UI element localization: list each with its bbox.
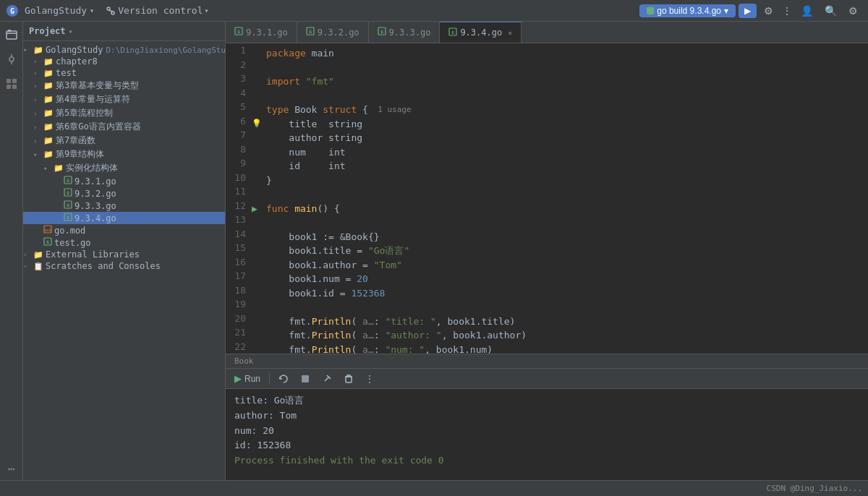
code-editor[interactable]: 1234567891011121314151617181920212223242…	[226, 43, 868, 354]
bottom-toolbar: ▶ Run ⋮	[226, 369, 868, 389]
sidebar-item-9.3.3.go[interactable]: G9.3.3.go	[23, 200, 225, 212]
svg-rect-5	[7, 31, 17, 39]
token-string: "author: "	[385, 328, 441, 343]
tree-icon-folder: 📁	[43, 150, 54, 159]
svg-text:G: G	[67, 202, 69, 208]
token-text	[300, 74, 306, 89]
project-dropdown-icon[interactable]: ▾	[69, 27, 73, 35]
commit-icon[interactable]	[1, 49, 22, 72]
sidebar-item-chapter3[interactable]: ›📁第3章基本变量与类型	[23, 79, 225, 93]
tree-icon-gofile: G	[64, 213, 72, 223]
sidebar-item-chapter6[interactable]: ›📁第6章Go语言内置容器	[23, 120, 225, 134]
token-text: .author =	[317, 258, 373, 273]
token-var: book1	[289, 272, 317, 286]
more-icon-button[interactable]: ⋮	[778, 4, 796, 18]
sidebar-item-chapter5[interactable]: ›📁第5章流程控制	[23, 106, 225, 120]
sidebar-item-go.mod[interactable]: modgo.mod	[23, 224, 225, 236]
gear-button[interactable]: ⚙	[844, 4, 862, 18]
code-line-5: type Book struct { 1 usage	[252, 103, 868, 117]
code-line-4	[252, 89, 868, 103]
run-arrow-gutter[interactable]: ▶	[252, 202, 266, 216]
tab-9.3.4.go[interactable]: G9.3.4.go✕	[440, 22, 522, 43]
stop-button[interactable]	[297, 372, 313, 385]
token-string: "num: "	[385, 343, 425, 354]
sidebar-item-instance[interactable]: ▾📁实例化结构体	[23, 161, 225, 175]
token-var: book1	[289, 244, 317, 258]
tree-icon-folder: 📁	[33, 46, 43, 55]
token-text: .	[306, 315, 312, 329]
line-number-12: 12	[226, 199, 246, 213]
sidebar-item-test[interactable]: ›📁test	[23, 67, 225, 79]
token-text	[266, 328, 289, 343]
build-dropdown-icon[interactable]: ▾	[724, 6, 728, 16]
stop-icon	[300, 374, 310, 384]
app-dropdown[interactable]: ▾	[90, 7, 94, 14]
token-var: book1	[289, 258, 317, 273]
tree-icon-folder: 📁	[43, 81, 54, 90]
search-button[interactable]: 🔍	[820, 4, 841, 18]
sidebar-item-chapter9[interactable]: ▾📁第9章结构体	[23, 147, 225, 161]
project-icon[interactable]	[1, 25, 22, 48]
token-kw: struct	[323, 103, 357, 117]
token-text: (	[351, 328, 362, 343]
line-number-3: 3	[226, 72, 246, 86]
token-var: fmt	[289, 315, 305, 329]
more-tools-icon[interactable]: ⋯	[4, 458, 20, 480]
titlebar: G GolangStudy ▾ Version control ▾ go bui…	[0, 0, 868, 22]
build-button[interactable]: go build 9.3.4.go ▾	[639, 4, 736, 17]
run-icon: ▶	[234, 373, 242, 384]
line-number-13: 13	[226, 213, 246, 227]
tree-label-chapter6: 第6章Go语言内置容器	[56, 121, 141, 133]
token-text	[266, 286, 289, 301]
tab-9.3.1.go[interactable]: G9.3.1.go	[226, 22, 297, 43]
code-line-19	[252, 300, 868, 315]
sidebar-item-9.3.4.go[interactable]: G9.3.4.go	[23, 212, 225, 224]
rerun-button[interactable]	[276, 372, 292, 385]
token-string: "fmt"	[306, 74, 334, 89]
tree-arrow-scratches: ›	[23, 262, 33, 270]
tab-file-icon: G	[234, 27, 243, 38]
token-var: book1	[289, 230, 317, 244]
token-text: :	[374, 315, 386, 329]
profile-button[interactable]: 👤	[796, 4, 817, 18]
apps-icon[interactable]	[1, 74, 22, 97]
svg-text:G: G	[67, 190, 69, 195]
token-number: 20	[357, 272, 368, 286]
token-text: }	[266, 174, 272, 188]
sidebar-item-chapter8[interactable]: ›📁chapter8	[23, 56, 225, 67]
line-number-6: 6	[226, 114, 246, 129]
tree-icon-folder: 📁	[43, 57, 54, 67]
run-button[interactable]: ▶	[739, 4, 757, 18]
sidebar-item-test.go[interactable]: Gtest.go	[23, 236, 225, 249]
pin-button[interactable]	[319, 372, 335, 385]
tab-close-button[interactable]: ✕	[508, 29, 512, 37]
tab-9.3.3.go[interactable]: G9.3.3.go	[369, 22, 441, 43]
code-line-3: import "fmt"	[252, 74, 868, 89]
sidebar-item-golang-study[interactable]: ▾📁GolangStudyD:\DingJiaxiong\GolangStudy	[23, 44, 225, 56]
sidebar-item-scratches[interactable]: ›📋Scratches and Consoles	[23, 260, 225, 272]
sidebar-item-chapter4[interactable]: ›📁第4章常量与运算符	[23, 93, 225, 106]
line-numbers: 1234567891011121314151617181920212223242…	[226, 43, 246, 354]
tab-label: 9.3.2.go	[318, 27, 359, 38]
code-line-9: id int	[252, 159, 868, 174]
delete-button[interactable]	[341, 372, 357, 385]
tree-arrow-chapter7: ›	[33, 137, 43, 145]
run-toolbar-button[interactable]: ▶ Run	[231, 372, 263, 385]
version-control-dropdown[interactable]: ▾	[205, 7, 209, 14]
line-number-1: 1	[226, 43, 246, 58]
output-label: num:	[234, 425, 257, 436]
tab-9.3.2.go[interactable]: G9.3.2.go	[297, 22, 369, 43]
sidebar-item-chapter7[interactable]: ›📁第7章函数	[23, 134, 225, 147]
more-bottom-button[interactable]: ⋮	[362, 372, 377, 385]
output-label: title:	[234, 395, 268, 406]
build-label: go build 9.3.4.go	[657, 6, 721, 16]
svg-text:G: G	[10, 7, 14, 15]
settings-icon-button[interactable]: ⚙	[760, 4, 778, 18]
sidebar-item-external-libs[interactable]: ›📁External Libraries	[23, 249, 225, 260]
svg-point-3	[111, 12, 114, 14]
token-func-name: main	[294, 202, 317, 216]
sidebar-item-9.3.1.go[interactable]: G9.3.1.go	[23, 175, 225, 187]
sidebar-item-9.3.2.go[interactable]: G9.3.2.go	[23, 187, 225, 200]
sidebar-header: Project ▾	[23, 22, 225, 41]
tree-icon-folder: 📁	[43, 136, 54, 145]
